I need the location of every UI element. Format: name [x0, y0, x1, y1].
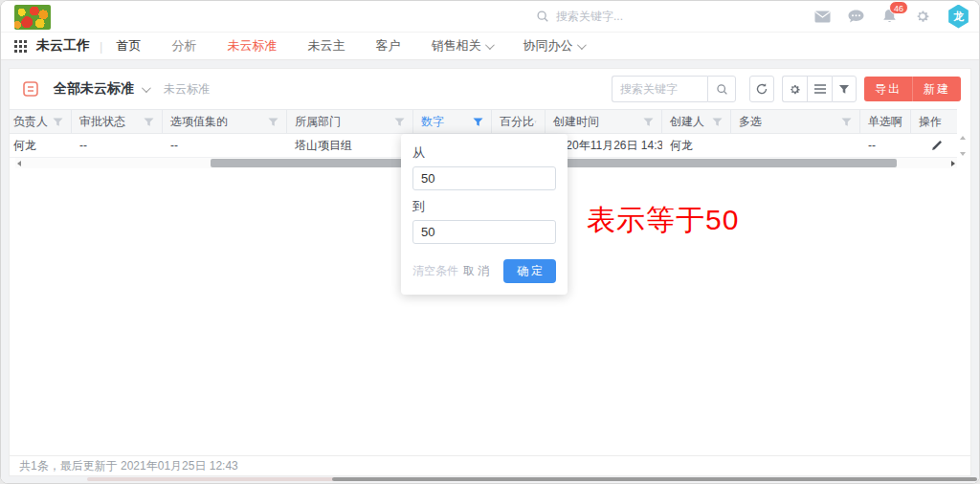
window-horizontal-scrollbar[interactable]	[1, 477, 979, 482]
chat-icon[interactable]	[847, 8, 864, 25]
mail-icon[interactable]	[813, 8, 831, 25]
number-filter-popup: 从 到 清空条件 取消 确定	[401, 134, 568, 295]
from-label: 从	[412, 144, 556, 162]
topbar-icon-cluster: 46 龙	[813, 5, 969, 29]
filter-icon	[144, 117, 154, 127]
column-header-creator[interactable]: 创建人	[662, 110, 731, 133]
column-header-approval-status[interactable]: 审批状态	[72, 110, 163, 133]
list-search-button[interactable]	[707, 76, 736, 102]
filter-icon	[268, 117, 278, 127]
search-icon	[536, 10, 549, 23]
to-input[interactable]	[412, 220, 556, 244]
nav-item-collaboration[interactable]: 协同办公	[523, 37, 584, 55]
column-settings-gear-button[interactable]	[782, 76, 807, 102]
filter-icon	[534, 117, 537, 127]
column-header-actions: 操作	[911, 110, 961, 133]
notifications-bell-icon[interactable]: 46	[880, 8, 898, 25]
filter-icon-active	[473, 117, 483, 127]
filter-icon	[841, 117, 852, 127]
column-header-number[interactable]: 数字	[413, 110, 492, 133]
column-header-created-time[interactable]: 创建时间	[546, 110, 662, 133]
nav-divider: |	[100, 39, 102, 54]
annotation-text: 表示等于50	[587, 201, 739, 240]
primary-actions: 导出 新建	[864, 77, 961, 101]
chevron-down-icon	[485, 40, 495, 50]
nav-item-home[interactable]: 首页	[116, 37, 141, 55]
view-options-group	[782, 76, 857, 102]
scroll-left-icon[interactable]	[17, 161, 21, 166]
export-button[interactable]: 导出	[864, 77, 913, 101]
list-layout-button[interactable]	[807, 76, 832, 102]
chevron-down-icon	[577, 40, 587, 50]
cell-department: 塔山项目组	[287, 134, 413, 157]
app-window: 搜索关键字... 46 龙 未云工作 | 首页 分析 未云标准	[0, 0, 980, 484]
scroll-down-icon[interactable]	[960, 152, 966, 156]
column-header-multiselect[interactable]: 多选	[731, 110, 860, 133]
scroll-up-icon[interactable]	[960, 136, 966, 140]
global-search[interactable]: 搜索关键字...	[536, 9, 679, 25]
main-nav: 未云工作 | 首页 分析 未云标准 未云主 客户 销售相关 协同办公	[1, 33, 979, 60]
notification-badge: 46	[889, 1, 908, 14]
nav-item-sales[interactable]: 销售相关	[431, 37, 492, 55]
company-logo[interactable]	[14, 5, 51, 30]
filter-icon	[643, 117, 654, 127]
top-bar: 搜索关键字... 46 龙	[1, 1, 979, 33]
cell-option-set: --	[163, 134, 287, 157]
refresh-button[interactable]	[749, 76, 774, 102]
global-search-placeholder: 搜索关键字...	[556, 9, 623, 25]
column-header-singleselect[interactable]: 单选啊	[860, 110, 911, 133]
list-search-input[interactable]	[612, 76, 707, 102]
filter-icon	[53, 117, 63, 127]
row-edit-pencil-icon[interactable]	[911, 134, 961, 157]
settings-gear-icon[interactable]	[914, 8, 931, 25]
from-input[interactable]	[412, 166, 556, 190]
filter-funnel-button[interactable]	[832, 76, 857, 102]
to-label: 到	[412, 198, 556, 215]
column-header-department[interactable]: 所属部门	[287, 110, 413, 133]
cell-multiselect	[731, 134, 860, 157]
apps-grid-icon[interactable]	[14, 40, 27, 53]
scroll-right-icon[interactable]	[951, 161, 955, 166]
cell-owner: 何龙	[10, 134, 72, 157]
column-header-option-set[interactable]: 选项值集的	[163, 110, 287, 133]
clear-filter-button[interactable]: 清空条件	[412, 263, 458, 279]
record-count-status: 共1条，最后更新于 2021年01月25日 12:43	[19, 458, 238, 474]
nav-item-weiyun-standard[interactable]: 未云标准	[227, 37, 277, 55]
column-header-percent[interactable]: 百分比	[492, 110, 546, 133]
table-vertical-scrollbar[interactable]	[959, 136, 967, 156]
object-icon	[23, 81, 38, 97]
nav-item-weiyun-main[interactable]: 未云主	[307, 37, 345, 55]
filter-icon	[394, 117, 405, 127]
cancel-button[interactable]: 取消	[463, 263, 492, 279]
cell-singleselect: --	[860, 134, 911, 157]
nav-item-analysis[interactable]: 分析	[171, 37, 196, 55]
status-bar: 共1条，最后更新于 2021年01月25日 12:43	[10, 455, 970, 475]
column-header-owner[interactable]: 负责人	[10, 110, 72, 133]
list-search	[612, 76, 736, 102]
table-header-row: 负责人 审批状态 选项值集的 所属部门 数字 百分比 创建时间 创建人 多选 单…	[10, 109, 957, 134]
user-avatar[interactable]: 龙	[947, 5, 969, 29]
confirm-button[interactable]: 确定	[503, 259, 556, 283]
list-toolbar: 全部未云标准 未云标准	[10, 69, 970, 109]
window-scroll-thumb[interactable]	[332, 477, 977, 481]
nav-item-customer[interactable]: 客户	[375, 37, 400, 55]
cell-creator: 何龙	[662, 134, 731, 157]
view-selector-chevron-icon[interactable]	[142, 83, 151, 93]
cell-approval-status: --	[72, 134, 163, 157]
create-button[interactable]: 新建	[913, 77, 961, 101]
workspace-title: 未云工作	[36, 37, 90, 55]
scrollbar-track	[87, 477, 334, 481]
view-subtitle: 未云标准	[164, 81, 210, 98]
filter-icon	[712, 117, 723, 127]
view-title: 全部未云标准	[54, 80, 134, 98]
